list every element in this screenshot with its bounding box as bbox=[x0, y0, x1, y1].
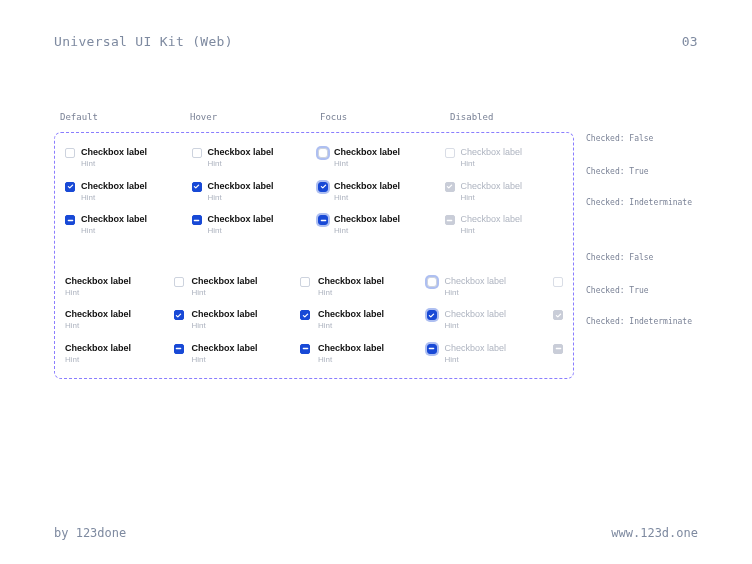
checkbox-focus-indeterminate[interactable]: Checkbox label Hint bbox=[318, 214, 437, 236]
checkbox-checked-icon bbox=[427, 310, 437, 320]
checkbox-label: Checkbox label bbox=[208, 147, 274, 157]
checkbox-label: Checkbox label bbox=[445, 343, 507, 353]
checkbox-checked-icon bbox=[318, 182, 328, 192]
checkbox-right-disabled-checked: Checkbox label Hint bbox=[445, 309, 564, 331]
checkbox-label: Checkbox label bbox=[334, 147, 400, 157]
checkbox-focus-unchecked[interactable]: Checkbox label Hint bbox=[318, 147, 437, 169]
checkbox-default-unchecked[interactable]: Checkbox label Hint bbox=[65, 147, 184, 169]
checkbox-icon bbox=[65, 148, 75, 158]
checkbox-indeterminate-icon bbox=[553, 344, 563, 354]
checkbox-hint: Hint bbox=[318, 355, 384, 364]
checkbox-hover-checked[interactable]: Checkbox label Hint bbox=[192, 181, 311, 203]
checkbox-disabled-indeterminate: Checkbox label Hint bbox=[445, 214, 564, 236]
checkbox-hint: Hint bbox=[81, 159, 147, 168]
checkbox-label: Checkbox label bbox=[65, 343, 131, 353]
checkbox-hint: Hint bbox=[334, 193, 400, 202]
row-label: Checked: Indeterminate bbox=[574, 317, 698, 326]
checkbox-label: Checkbox label bbox=[65, 309, 131, 319]
section-gap bbox=[65, 248, 563, 264]
checkbox-disabled-checked: Checkbox label Hint bbox=[445, 181, 564, 203]
page-number: 03 bbox=[682, 34, 698, 49]
checkbox-right-disabled-unchecked: Checkbox label Hint bbox=[445, 276, 564, 298]
checkbox-right-default-unchecked[interactable]: Checkbox label Hint bbox=[65, 276, 184, 298]
checkbox-hint: Hint bbox=[81, 193, 147, 202]
checkbox-hover-unchecked[interactable]: Checkbox label Hint bbox=[192, 147, 311, 169]
checkbox-indeterminate-icon bbox=[192, 215, 202, 225]
checkbox-label: Checkbox label bbox=[334, 181, 400, 191]
checkbox-default-indeterminate[interactable]: Checkbox label Hint bbox=[65, 214, 184, 236]
checkbox-right-disabled-indeterminate: Checkbox label Hint bbox=[445, 343, 564, 365]
checkbox-indeterminate-icon bbox=[65, 215, 75, 225]
checkbox-focus-checked[interactable]: Checkbox label Hint bbox=[318, 181, 437, 203]
checkbox-right-default-indeterminate[interactable]: Checkbox label Hint bbox=[65, 343, 184, 365]
checkbox-hint: Hint bbox=[208, 159, 274, 168]
checkbox-disabled-unchecked: Checkbox label Hint bbox=[445, 147, 564, 169]
checkbox-right-hover-checked[interactable]: Checkbox label Hint bbox=[192, 309, 311, 331]
row-label: Checked: True bbox=[574, 167, 698, 176]
checkbox-right-focus-unchecked[interactable]: Checkbox label Hint bbox=[318, 276, 437, 298]
checkbox-label: Checkbox label bbox=[318, 343, 384, 353]
header: Universal UI Kit (Web) 03 bbox=[54, 34, 698, 49]
checkbox-label: Checkbox label bbox=[81, 214, 147, 224]
col-head-hover: Hover bbox=[184, 112, 314, 132]
page-title: Universal UI Kit (Web) bbox=[54, 34, 233, 49]
row-label: Checked: False bbox=[574, 253, 698, 262]
checkbox-hover-indeterminate[interactable]: Checkbox label Hint bbox=[192, 214, 311, 236]
checkbox-hint: Hint bbox=[334, 159, 400, 168]
checkbox-icon bbox=[553, 277, 563, 287]
checkbox-states-stage: Default Hover Focus Disabled . Checkbox … bbox=[54, 112, 698, 379]
col-head-disabled: Disabled bbox=[444, 112, 574, 132]
checkbox-right-hover-indeterminate[interactable]: Checkbox label Hint bbox=[192, 343, 311, 365]
checkbox-right-default-checked[interactable]: Checkbox label Hint bbox=[65, 309, 184, 331]
variant-frame: Checkbox label Hint Checkbox label Hint … bbox=[54, 132, 574, 379]
checkbox-indeterminate-icon bbox=[174, 344, 184, 354]
checkbox-label: Checkbox label bbox=[461, 214, 523, 224]
checkbox-checked-icon bbox=[65, 182, 75, 192]
checkbox-right-hover-unchecked[interactable]: Checkbox label Hint bbox=[192, 276, 311, 298]
checkbox-right-focus-checked[interactable]: Checkbox label Hint bbox=[318, 309, 437, 331]
checkbox-hint: Hint bbox=[318, 288, 384, 297]
checkbox-default-checked[interactable]: Checkbox label Hint bbox=[65, 181, 184, 203]
row-label: Checked: True bbox=[574, 286, 698, 295]
checkbox-icon bbox=[300, 277, 310, 287]
checkbox-hint: Hint bbox=[192, 355, 258, 364]
checkbox-hint: Hint bbox=[461, 226, 523, 235]
author-credit: by 123done bbox=[54, 526, 126, 540]
checkbox-label: Checkbox label bbox=[318, 276, 384, 286]
checkbox-label: Checkbox label bbox=[208, 181, 274, 191]
checkbox-hint: Hint bbox=[318, 321, 384, 330]
checkbox-checked-icon bbox=[174, 310, 184, 320]
footer: by 123done www.123d.one bbox=[54, 526, 698, 540]
col-head-focus: Focus bbox=[314, 112, 444, 132]
checkbox-hint: Hint bbox=[208, 193, 274, 202]
checkbox-label: Checkbox label bbox=[65, 276, 131, 286]
checkbox-label: Checkbox label bbox=[318, 309, 384, 319]
row-label: Checked: Indeterminate bbox=[574, 198, 698, 207]
checkbox-label: Checkbox label bbox=[334, 214, 400, 224]
checkbox-checked-icon bbox=[445, 182, 455, 192]
checkbox-hint: Hint bbox=[334, 226, 400, 235]
checkbox-label: Checkbox label bbox=[192, 276, 258, 286]
checkbox-hint: Hint bbox=[81, 226, 147, 235]
checkbox-label: Checkbox label bbox=[461, 147, 523, 157]
checkbox-indeterminate-icon bbox=[427, 344, 437, 354]
checkbox-label: Checkbox label bbox=[208, 214, 274, 224]
checkbox-icon bbox=[174, 277, 184, 287]
checkbox-hint: Hint bbox=[65, 288, 131, 297]
checkbox-label: Checkbox label bbox=[192, 309, 258, 319]
checkbox-label: Checkbox label bbox=[81, 181, 147, 191]
checkbox-indeterminate-icon bbox=[318, 215, 328, 225]
checkbox-label: Checkbox label bbox=[81, 147, 147, 157]
checkbox-label: Checkbox label bbox=[192, 343, 258, 353]
checkbox-indeterminate-icon bbox=[300, 344, 310, 354]
checkbox-hint: Hint bbox=[445, 321, 507, 330]
checkbox-hint: Hint bbox=[192, 321, 258, 330]
row-label: Checked: False bbox=[574, 134, 698, 143]
site-link[interactable]: www.123d.one bbox=[611, 526, 698, 540]
checkbox-checked-icon bbox=[192, 182, 202, 192]
checkbox-hint: Hint bbox=[65, 321, 131, 330]
checkbox-hint: Hint bbox=[445, 355, 507, 364]
checkbox-right-focus-indeterminate[interactable]: Checkbox label Hint bbox=[318, 343, 437, 365]
checkbox-hint: Hint bbox=[208, 226, 274, 235]
checkbox-label: Checkbox label bbox=[461, 181, 523, 191]
